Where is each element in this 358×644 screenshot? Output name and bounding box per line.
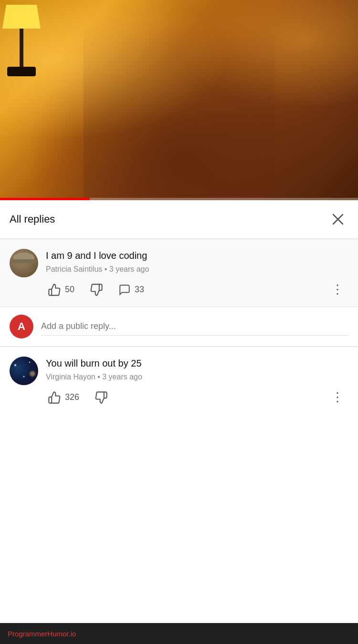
thumbs-down-icon-2 — [95, 391, 108, 404]
video-thumbnail[interactable] — [0, 0, 358, 200]
replies-header: All replies — [0, 200, 358, 239]
comment-2-meta: Virginia Hayon • 3 years ago — [46, 373, 348, 381]
comment-2-author[interactable]: Virginia Hayon — [46, 373, 95, 381]
comment-1-like-button[interactable]: 50 — [46, 281, 76, 298]
comment-1-dislike-button[interactable] — [88, 281, 105, 298]
comment-1-reply-count: 33 — [135, 285, 144, 295]
comment-1-reply-button[interactable]: 33 — [116, 282, 146, 298]
comment-1-separator: • — [105, 265, 109, 273]
comment-2-like-button[interactable]: 326 — [46, 389, 81, 406]
comment-1-author[interactable]: Patricia Saintilus — [46, 265, 102, 273]
reply-input-area: A — [0, 307, 358, 347]
close-button[interactable] — [327, 209, 348, 230]
comment-1-block: I am 9 and I love coding Patricia Sainti… — [0, 239, 358, 307]
comment-1-meta: Patricia Saintilus • 3 years ago — [46, 265, 348, 274]
comment-2-more-button[interactable]: ⋮ — [327, 388, 348, 407]
comment-2-content: You will burn out by 25 Virginia Hayon •… — [46, 357, 348, 407]
comment-1-more-button[interactable]: ⋮ — [327, 280, 348, 299]
comment-1-content: I am 9 and I love coding Patricia Sainti… — [46, 249, 348, 299]
comment-2-actions: 326 ⋮ — [46, 388, 348, 407]
video-progress-fill — [0, 198, 90, 200]
lamp-decoration — [2, 5, 41, 76]
thumbs-down-icon — [90, 283, 103, 296]
comment-2-like-count: 326 — [65, 392, 79, 402]
footer-brand: ProgrammerHumor.io — [8, 630, 76, 638]
comment-2-separator: • — [97, 373, 102, 381]
thumbs-up-icon-2 — [48, 391, 61, 404]
comment-1-text: I am 9 and I love coding — [46, 249, 348, 262]
comment-1-avatar[interactable] — [10, 249, 38, 277]
comment-icon — [118, 284, 131, 296]
thumbs-up-icon — [48, 283, 61, 296]
reply-text-input[interactable] — [41, 317, 348, 336]
comment-1-like-count: 50 — [65, 285, 74, 295]
footer: ProgrammerHumor.io — [0, 623, 358, 644]
comment-2-block: You will burn out by 25 Virginia Hayon •… — [0, 347, 358, 414]
comment-2-text: You will burn out by 25 — [46, 357, 348, 370]
reply-avatar-initial: A — [18, 320, 25, 333]
comment-2-avatar[interactable] — [10, 357, 38, 385]
video-progress-bar[interactable] — [0, 198, 358, 200]
comment-2-time: 3 years ago — [102, 373, 142, 381]
comment-1-time: 3 years ago — [109, 265, 149, 273]
replies-title: All replies — [10, 213, 55, 225]
close-icon — [331, 213, 345, 226]
video-person — [84, 19, 274, 200]
reply-user-avatar: A — [10, 315, 33, 338]
comment-1-actions: 50 33 ⋮ — [46, 280, 348, 299]
comment-2-dislike-button[interactable] — [93, 389, 110, 406]
